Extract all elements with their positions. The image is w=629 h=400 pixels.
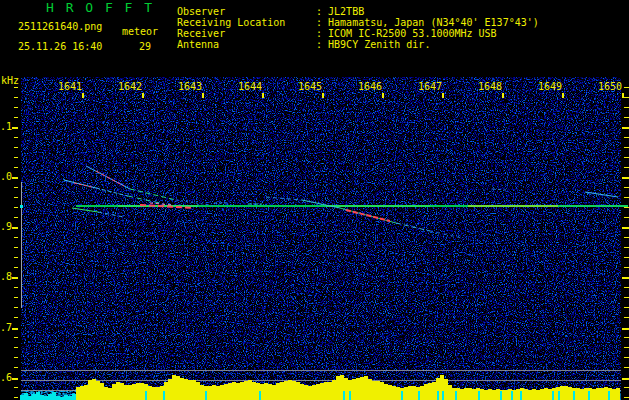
- y-axis-minor-tick: [14, 267, 18, 268]
- meteor-event-marker: [418, 391, 420, 400]
- level-bar: [196, 382, 200, 400]
- level-bar-cyan: [32, 394, 36, 400]
- meteor-echo-trace: [72, 208, 98, 212]
- x-axis-label: 1641: [58, 81, 82, 92]
- level-bar: [548, 389, 552, 400]
- level-bar: [524, 389, 528, 400]
- y-axis-unit: kHz: [1, 75, 19, 86]
- y-axis-major-tick: [12, 328, 18, 330]
- level-bar: [112, 384, 116, 400]
- y-axis-minor-tick: [14, 97, 18, 98]
- level-bar: [120, 383, 124, 400]
- level-bar: [592, 389, 596, 400]
- level-bar: [396, 387, 400, 400]
- meteor-event-marker: [442, 391, 444, 400]
- meteor-event-marker: [401, 391, 403, 400]
- x-axis-tick: [382, 93, 384, 98]
- level-bar-cyan: [72, 394, 76, 400]
- x-axis-label: 1648: [478, 81, 502, 92]
- meteor-event-marker: [259, 391, 261, 400]
- level-bar: [488, 389, 492, 400]
- y-axis-minor-tick-right: [624, 117, 629, 118]
- level-bar: [612, 389, 616, 400]
- level-bar: [320, 383, 324, 400]
- y-axis-minor-tick-right: [624, 317, 629, 318]
- y-axis-major-tick: [12, 378, 18, 380]
- x-axis-label: 1644: [238, 81, 262, 92]
- level-bar: [208, 386, 212, 400]
- y-axis-major-tick-right: [622, 277, 629, 279]
- level-bar: [304, 385, 308, 400]
- level-bar: [460, 389, 464, 400]
- level-bar: [188, 380, 192, 400]
- x-axis-label: 1647: [418, 81, 442, 92]
- level-bar: [540, 389, 544, 400]
- x-axis-label: 1649: [538, 81, 562, 92]
- level-bar: [92, 379, 96, 400]
- x-axis-tick: [322, 93, 324, 98]
- y-axis-major-tick: [12, 127, 18, 129]
- y-axis-minor-tick: [14, 387, 18, 388]
- y-axis-major-tick-right: [622, 177, 629, 179]
- level-bar: [408, 386, 412, 400]
- y-axis-minor-tick: [14, 137, 18, 138]
- level-bar: [480, 389, 484, 400]
- level-bar: [376, 381, 380, 400]
- y-axis-minor-tick: [14, 147, 18, 148]
- y-axis-minor-tick-right: [624, 237, 629, 238]
- level-bar: [276, 383, 280, 400]
- meteor-event-marker: [478, 391, 480, 400]
- y-axis-minor-tick: [14, 317, 18, 318]
- level-bar: [292, 381, 296, 400]
- y-axis-label: 1.0: [0, 171, 12, 182]
- level-bar-cyan: [44, 396, 48, 400]
- y-axis-major-tick: [12, 277, 18, 279]
- meteor-echo-trace: [266, 197, 302, 200]
- hrofft-screen: H R O F F T 2511261640.png meteor 25.11.…: [0, 0, 629, 400]
- level-bar: [88, 380, 92, 400]
- level-bar: [448, 385, 452, 400]
- y-axis-label: 0.9: [0, 221, 12, 232]
- level-bar: [528, 390, 532, 400]
- x-axis-label: 1646: [358, 81, 382, 92]
- y-axis-minor-tick: [14, 247, 18, 248]
- x-axis-tick: [622, 93, 624, 98]
- y-axis-label: 0.7: [0, 322, 12, 333]
- y-axis-minor-tick: [14, 207, 18, 208]
- y-axis-minor-tick: [14, 397, 18, 398]
- level-bar: [504, 390, 508, 400]
- level-bar-cyan: [64, 395, 68, 400]
- carrier-line: [326, 205, 430, 207]
- y-axis-minor-tick-right: [624, 357, 629, 358]
- level-bar: [180, 378, 184, 400]
- level-bar-cyan: [48, 394, 52, 400]
- level-bar: [156, 387, 160, 400]
- level-bar: [264, 383, 268, 400]
- level-bar: [364, 376, 368, 400]
- level-bar: [240, 382, 244, 400]
- y-axis-minor-tick: [14, 297, 18, 298]
- level-bar: [336, 376, 340, 400]
- level-bar: [228, 383, 232, 400]
- meteor-echo-trace: [492, 189, 506, 190]
- carrier-line: [468, 205, 558, 207]
- level-bar: [584, 388, 588, 400]
- level-bar: [616, 388, 620, 400]
- y-axis-major-tick-right: [622, 378, 629, 380]
- meteor-echo-trace: [585, 192, 618, 197]
- y-axis-minor-tick: [14, 257, 18, 258]
- x-axis-tick: [562, 93, 564, 98]
- y-axis-minor-tick-right: [624, 187, 629, 188]
- level-bar: [424, 384, 428, 400]
- y-axis-major-tick-right: [622, 227, 629, 229]
- level-bar: [324, 382, 328, 400]
- level-bar: [148, 386, 152, 400]
- y-axis-minor-tick-right: [624, 247, 629, 248]
- level-bar: [248, 380, 252, 400]
- level-bar: [272, 385, 276, 400]
- level-bar: [420, 386, 424, 400]
- y-axis-minor-tick-right: [624, 367, 629, 368]
- level-bar: [360, 377, 364, 400]
- y-axis-label: 0.8: [0, 271, 12, 282]
- x-axis-label: 1643: [178, 81, 202, 92]
